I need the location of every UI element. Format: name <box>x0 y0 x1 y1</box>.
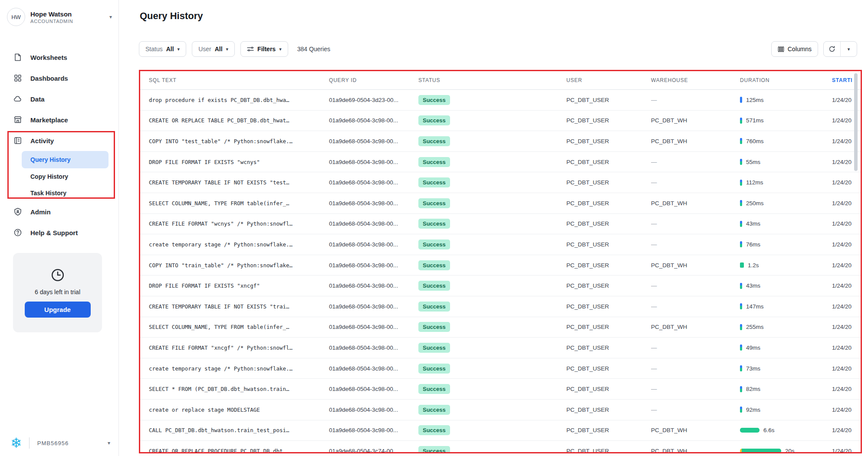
cell-sql-text: SELECT COLUMN_NAME, TYPE FROM table(infe… <box>149 200 329 207</box>
cell-status: Success <box>418 322 566 332</box>
column-header-warehouse[interactable]: WAREHOUSE <box>651 77 740 83</box>
refresh-options-button[interactable]: ▾ <box>840 42 857 56</box>
sidebar-item-admin[interactable]: Admin <box>0 201 119 222</box>
table-row[interactable]: COPY INTO "test_table" /* Python:snowfla… <box>140 131 861 152</box>
cell-sql-text: drop procedure if exists PC_DBT_DB.dbt_h… <box>149 97 329 103</box>
upgrade-button[interactable]: Upgrade <box>25 302 91 318</box>
cell-duration: 43ms <box>740 282 832 289</box>
table-row[interactable]: create temporary stage /* Python:snowfla… <box>140 358 861 379</box>
table-row[interactable]: DROP FILE FORMAT IF EXISTS "xncgf"01a9de… <box>140 276 861 296</box>
table-row[interactable]: CREATE FILE FORMAT "xncgf" /* Python:sno… <box>140 338 861 358</box>
cell-duration: 82ms <box>740 386 832 392</box>
cell-sql-text: CREATE TEMPORARY TABLE IF NOT EXISTS "tr… <box>149 303 329 310</box>
table-row[interactable]: create temporary stage /* Python:snowfla… <box>140 234 861 255</box>
query-count: 384 Queries <box>297 46 330 52</box>
cell-sql-text: CALL PC_DBT_DB.dbt_hwatson.train_test_po… <box>149 427 329 433</box>
table-row[interactable]: SELECT * FROM (PC_DBT_DB.dbt_hwatson.tra… <box>140 379 861 400</box>
table-row[interactable]: CREATE OR REPLACE TABLE PC_DBT_DB.dbt_hw… <box>140 111 861 131</box>
duration-bar <box>740 449 781 453</box>
sidebar-item-label: Dashboards <box>30 75 68 82</box>
sidebar-item-marketplace[interactable]: Marketplace <box>0 109 119 130</box>
column-header-user[interactable]: USER <box>566 77 651 83</box>
table-row[interactable]: DROP FILE FORMAT IF EXISTS "wcnys"01a9de… <box>140 152 861 173</box>
cell-start-time: 1/24/20 <box>832 262 861 269</box>
table-row[interactable]: CREATE TEMPORARY TABLE IF NOT EXISTS "tr… <box>140 296 861 317</box>
sidebar-subitem-task-history[interactable]: Task History <box>0 185 119 201</box>
cell-start-time: 1/24/20 <box>832 282 861 289</box>
sidebar-item-worksheets[interactable]: Worksheets <box>0 47 119 68</box>
sidebar-item-help-support[interactable]: Help & Support <box>0 222 119 243</box>
cell-duration: 55ms <box>740 159 832 165</box>
status-badge: Success <box>418 157 450 167</box>
table-row[interactable]: SELECT COLUMN_NAME, TYPE FROM table(infe… <box>140 317 861 338</box>
table-row[interactable]: CREATE OR REPLACE PROCEDURE PC_DBT_DB.db… <box>140 441 861 453</box>
sidebar-subitem-copy-history[interactable]: Copy History <box>0 168 119 185</box>
cell-status: Success <box>418 302 566 312</box>
cell-user: PC_DBT_USER <box>566 220 651 227</box>
cell-start-time: 1/24/20 <box>832 220 861 227</box>
table-tools: Columns ▾ <box>771 41 857 57</box>
table-row[interactable]: CALL PC_DBT_DB.dbt_hwatson.train_test_po… <box>140 420 861 441</box>
cell-start-time: 1/24/20 <box>832 200 861 207</box>
duration-value: 43ms <box>746 220 760 227</box>
column-header-status[interactable]: STATUS <box>418 77 566 83</box>
duration-bar <box>740 386 742 392</box>
cell-user: PC_DBT_USER <box>566 282 651 289</box>
chevron-down-icon: ▾ <box>178 46 180 52</box>
duration-value: 112ms <box>746 179 763 186</box>
duration-bar <box>740 118 742 124</box>
user-filter-label: User <box>198 46 211 52</box>
refresh-button[interactable] <box>824 42 840 56</box>
cell-user: PC_DBT_USER <box>566 386 651 392</box>
sidebar-item-dashboards[interactable]: Dashboards <box>0 68 119 89</box>
duration-bar <box>740 262 744 268</box>
cell-start-time: 1/24/20 <box>832 324 861 330</box>
duration-value: 76ms <box>746 241 760 248</box>
cell-duration: 147ms <box>740 303 832 310</box>
cell-query-id: 01a9de68-0504-3c98-00... <box>329 427 418 433</box>
sidebar-item-label: Activity <box>30 137 54 144</box>
duration-bar <box>740 200 742 206</box>
status-filter[interactable]: Status All ▾ <box>139 41 186 57</box>
table-header-row: SQL TEXTQUERY IDSTATUSUSERWAREHOUSEDURAT… <box>140 71 861 90</box>
table-row[interactable]: COPY INTO "train_table" /* Python:snowfl… <box>140 255 861 276</box>
sidebar: HW Hope Watson ACCOUNTADMIN ▾ Worksheets… <box>0 0 119 456</box>
duration-value: 82ms <box>746 386 760 392</box>
cell-user: PC_DBT_USER <box>566 324 651 330</box>
table-row[interactable]: CREATE FILE FORMAT "wcnys" /* Python:sno… <box>140 214 861 235</box>
cell-status: Success <box>418 405 566 415</box>
cell-duration: 43ms <box>740 220 832 227</box>
column-header-duration[interactable]: DURATION <box>740 77 832 83</box>
table-row[interactable]: CREATE TEMPORARY TABLE IF NOT EXISTS "te… <box>140 172 861 193</box>
account-menu[interactable]: HW Hope Watson ACCOUNTADMIN ▾ <box>7 8 112 26</box>
column-header-sql-text[interactable]: SQL TEXT <box>149 77 329 83</box>
sidebar-nav: WorksheetsDashboardsDataMarketplaceActiv… <box>0 47 119 243</box>
duration-bar <box>740 241 742 247</box>
cell-user: PC_DBT_USER <box>566 179 651 186</box>
avatar: HW <box>7 8 25 26</box>
cell-warehouse: PC_DBT_WH <box>651 324 740 330</box>
table-row[interactable]: drop procedure if exists PC_DBT_DB.dbt_h… <box>140 90 861 111</box>
cell-status: Success <box>418 95 566 105</box>
user-filter[interactable]: User All ▾ <box>192 41 235 57</box>
account-selector[interactable]: ❄ PMB56956 ▾ <box>10 436 110 450</box>
cell-query-id: 01a9de68-0504-3c74-00... <box>329 448 418 453</box>
cell-warehouse: — <box>651 282 740 289</box>
cell-duration: 250ms <box>740 200 832 207</box>
sidebar-subitem-query-history[interactable]: Query History <box>22 151 108 168</box>
columns-button[interactable]: Columns <box>771 41 818 57</box>
status-badge: Success <box>418 405 450 415</box>
vertical-scrollbar[interactable] <box>854 73 858 171</box>
sidebar-item-activity[interactable]: Activity <box>0 130 119 151</box>
sidebar-item-data[interactable]: Data <box>0 89 119 109</box>
column-header-query-id[interactable]: QUERY ID <box>329 77 418 83</box>
refresh-icon <box>829 46 835 52</box>
cell-query-id: 01a9de68-0504-3c98-00... <box>329 179 418 186</box>
filters-button[interactable]: Filters ▾ <box>240 41 288 57</box>
table-row[interactable]: SELECT COLUMN_NAME, TYPE FROM table(infe… <box>140 193 861 214</box>
cell-sql-text: DROP FILE FORMAT IF EXISTS "wcnys" <box>149 159 329 165</box>
divider <box>29 437 30 449</box>
status-badge: Success <box>418 239 450 249</box>
table-row[interactable]: create or replace stage MODELSTAGE01a9de… <box>140 400 861 420</box>
columns-icon <box>778 46 784 52</box>
